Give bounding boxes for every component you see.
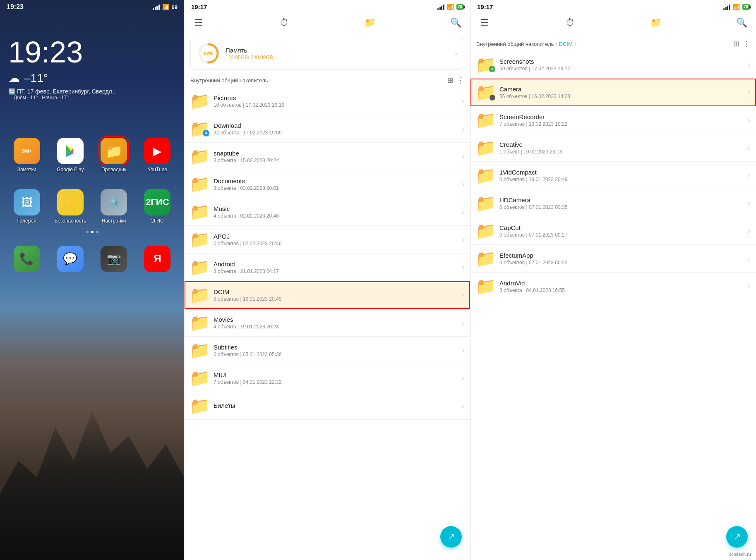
home-time-widget: 19:23 ☁ –11° 🔄 ПТ, 17 февр, Екатеринбург… — [0, 12, 184, 105]
folder-androvid[interactable]: 📁 AndroVid 3 объекта | 04.01.2023 16:55 … — [470, 273, 756, 300]
settings-icon: ⚙️ — [101, 189, 127, 215]
folder-icon-snaptube: 📁 — [190, 147, 209, 166]
app-camera[interactable]: 📷 — [96, 246, 132, 272]
home-forecast: Днём –11° Ночью –17° — [8, 95, 176, 101]
folder-icon-screenrecorder: 📁 — [476, 110, 495, 129]
storage-circle: 52% — [197, 42, 220, 65]
wifi-icon: 📶 — [162, 4, 169, 10]
fm3-menu-icon[interactable]: ☰ — [477, 15, 492, 30]
folder-dcim[interactable]: 📁 DCIM 9 объектов | 19.01.2023 20:49 › — [185, 281, 470, 309]
fm3-more-icon[interactable]: ⋮ — [743, 39, 750, 48]
folder-info-1vidcompact: 1VidCompact 0 объектов | 19.01.2023 20:4… — [495, 169, 748, 182]
fm3-breadcrumb: Внутренний общий накопитель › DCIM › ⊞ ⋮ — [470, 37, 756, 51]
app-settings[interactable]: ⚙️ Настройки — [96, 189, 132, 224]
folder-documents[interactable]: 📁 Documents 3 объекта | 03.02.2023 20:01… — [185, 170, 470, 198]
app-2gis[interactable]: 2ГИС 2ГИС — [139, 189, 176, 224]
app-phone[interactable]: 📞 — [8, 246, 45, 272]
fm2-menu-icon[interactable]: ☰ — [191, 15, 206, 30]
fm3-recent-icon[interactable]: ⏱ — [563, 15, 578, 30]
files-icon: 📁 — [101, 138, 127, 164]
app-security[interactable]: ⚡ Безопасность — [52, 189, 89, 224]
home-dock: 📞 💬 📷 Я — [0, 242, 184, 276]
folder-info-snaptube: snaptube 3 объекта | 15.02.2023 20:24 — [209, 150, 462, 163]
folder-movies[interactable]: 📁 Movies 4 объекта | 19.01.2023 20:23 › — [185, 309, 470, 337]
folder-miui[interactable]: 📁 MIUI 7 объектов | 04.01.2023 22:32 › — [185, 364, 470, 392]
folder-download[interactable]: 📁 ⬇ Download 92 объекта | 17.02.2023 19:… — [185, 115, 470, 143]
storage-detail: 123.95GB/ 240.09GB — [226, 55, 449, 60]
folder-icon-movies: 📁 — [190, 313, 209, 332]
folder-creative[interactable]: 📁 Creative 1 объект | 10.02.2023 23:13 › — [470, 134, 756, 162]
breadcrumb-root[interactable]: Внутренний общий накопитель — [190, 77, 268, 84]
folder-apoj[interactable]: 📁 APOJ 0 объектов | 02.02.2023 20:46 › — [185, 226, 470, 254]
folder-subtitles[interactable]: 📁 Subtitles 0 объектов | 05.01.2023 05:3… — [185, 337, 470, 364]
app-notes[interactable]: ✏ Заметки — [8, 138, 45, 172]
phone-icon: 📞 — [14, 246, 40, 272]
sync-icon: 🔄 — [8, 88, 15, 95]
folder-info-bilety: Билеты — [209, 402, 462, 410]
fm3-breadcrumb-actions: ⊞ ⋮ — [733, 39, 750, 48]
arrow-1vidcompact: › — [748, 171, 750, 180]
home-weather: ☁ –11° — [8, 71, 176, 85]
arrow-documents: › — [462, 180, 464, 189]
fm2-files-icon[interactable]: 📁 — [363, 15, 378, 30]
fm3-search-icon[interactable]: 🔍 — [734, 15, 749, 30]
file-manager-panel2: 19:17 📶 70 ☰ ⏱ 📁 🔍 52% — [184, 0, 470, 560]
folder-pictures[interactable]: 📁 Pictures 10 объектов | 17.02.2023 19:1… — [185, 87, 470, 115]
fm2-toolbar: ☰ ⏱ 📁 🔍 — [185, 12, 470, 34]
breadcrumb-root3[interactable]: Внутренний общий накопитель — [476, 41, 554, 47]
arrow-movies: › — [462, 318, 464, 327]
arrow-screenrecorder: › — [748, 116, 750, 124]
fm3-fab[interactable]: ↗ — [726, 526, 748, 548]
folder-camera[interactable]: 📁 Camera 56 объектов | 16.02.2023 14:23 … — [470, 79, 756, 106]
app-yandex[interactable]: Я — [139, 246, 176, 272]
grid-view-icon[interactable]: ⊞ — [447, 76, 454, 85]
app-youtube[interactable]: ▶ YouTube — [139, 138, 176, 172]
fm2-recent-icon[interactable]: ⏱ — [277, 15, 292, 30]
folder-android[interactable]: 📁 Android 3 объекта | 21.01.2023 04:17 › — [185, 254, 470, 281]
folder-1vidcompact[interactable]: 📁 1VidCompact 0 объектов | 19.01.2023 20… — [470, 162, 756, 189]
arrow-miui: › — [462, 374, 464, 383]
folder-capcut[interactable]: 📁 CapCut 0 объектов | 07.01.2023 00:27 › — [470, 217, 756, 245]
fm3-grid-icon[interactable]: ⊞ — [733, 39, 739, 48]
badge-camera — [490, 95, 495, 101]
folder-snaptube[interactable]: 📁 snaptube 3 объекта | 15.02.2023 20:24 … — [185, 143, 470, 170]
fm2-fab[interactable]: ↗ — [440, 526, 462, 548]
folder-bilety[interactable]: 📁 Билеты › — [185, 392, 470, 420]
folder-hdcamera[interactable]: 📁 HDCamera 0 объектов | 07.01.2023 00:35… — [470, 189, 756, 217]
fm2-signal-icon — [437, 4, 444, 10]
settings-label: Настройки — [102, 218, 126, 224]
folder-info-screenrecorder: ScreenRecorder 7 объектов | 13.02.2023 1… — [495, 113, 748, 127]
folder-efectumapp[interactable]: 📁 EfectumApp 0 объектов | 07.01.2023 00:… — [470, 245, 756, 273]
home-status-icons: 📶 69 — [153, 4, 178, 10]
fm3-folder-list: 📁 ✦ Screenshots 50 объектов | 17.02.2023… — [470, 51, 756, 560]
app-messages[interactable]: 💬 — [52, 246, 89, 272]
folder-icon-subtitles: 📁 — [190, 341, 209, 360]
folder-info-music: Music 4 объекта | 02.02.2023 20:46 — [209, 205, 462, 219]
security-label: Безопасность — [55, 218, 86, 224]
yandex-icon: Я — [144, 246, 170, 272]
folder-screenrecorder[interactable]: 📁 ScreenRecorder 7 объектов | 13.02.2023… — [470, 106, 756, 134]
fm3-breadcrumb-path: Внутренний общий накопитель › DCIM › — [476, 41, 576, 47]
arrow-efectumapp: › — [748, 254, 750, 263]
app-gallery[interactable]: 🖼 Галерея — [8, 189, 45, 224]
fm3-status-bar: 19:17 📶 70 — [470, 0, 756, 12]
more-options-icon[interactable]: ⋮ — [457, 76, 464, 85]
fm3-toolbar: ☰ ⏱ 📁 🔍 — [470, 12, 756, 34]
breadcrumb-sub3[interactable]: DCIM — [559, 41, 573, 47]
fm3-files-icon[interactable]: 📁 — [649, 15, 664, 30]
app-files[interactable]: 📁 Проводник — [96, 138, 132, 172]
breadcrumb-arrow3a: › — [556, 41, 557, 47]
dot-2 — [91, 231, 94, 233]
folder-icon-androvid: 📁 — [476, 277, 495, 296]
messages-icon: 💬 — [57, 246, 84, 272]
folder-info-efectumapp: EfectumApp 0 объектов | 07.01.2023 00:22 — [495, 252, 748, 266]
folder-icon-efectumapp: 📁 — [476, 249, 495, 268]
folder-screenshots[interactable]: 📁 ✦ Screenshots 50 объектов | 17.02.2023… — [470, 51, 756, 79]
fm2-search-icon[interactable]: 🔍 — [449, 15, 463, 30]
gallery-label: Галерея — [17, 218, 36, 224]
folder-music[interactable]: 📁 Music 4 объекта | 02.02.2023 20:46 › — [185, 198, 470, 226]
folder-info-hdcamera: HDCamera 0 объектов | 07.01.2023 00:35 — [495, 196, 748, 210]
app-google-play[interactable]: Google Play — [52, 138, 89, 172]
arrow-creative: › — [748, 144, 750, 152]
watermark: 24hitech.ru — [729, 552, 751, 557]
